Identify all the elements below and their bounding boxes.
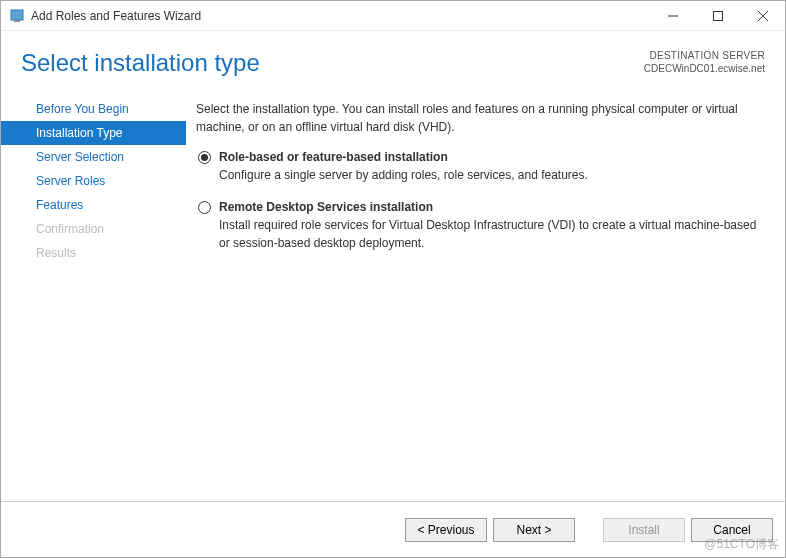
svg-rect-0	[11, 10, 23, 20]
titlebar: Add Roles and Features Wizard	[1, 1, 785, 31]
destination-label: DESTINATION SERVER	[644, 49, 765, 62]
sidebar-item-installation-type[interactable]: Installation Type	[1, 121, 186, 145]
sidebar-item-features[interactable]: Features	[1, 193, 186, 217]
destination-server: CDECWinDC01.ecwise.net	[644, 62, 765, 75]
app-icon	[9, 8, 25, 24]
wizard-sidebar: Before You Begin Installation Type Serve…	[1, 92, 186, 501]
previous-button[interactable]: < Previous	[405, 518, 487, 542]
close-button[interactable]	[740, 1, 785, 31]
content-area: Before You Begin Installation Type Serve…	[1, 87, 785, 501]
main-panel: Select the installation type. You can in…	[186, 92, 785, 501]
sidebar-item-server-roles[interactable]: Server Roles	[1, 169, 186, 193]
sidebar-item-results: Results	[1, 241, 186, 265]
window-title: Add Roles and Features Wizard	[31, 9, 650, 23]
cancel-button[interactable]: Cancel	[691, 518, 773, 542]
svg-rect-1	[14, 20, 20, 22]
sidebar-item-before-you-begin[interactable]: Before You Begin	[1, 97, 186, 121]
minimize-button[interactable]	[650, 1, 695, 31]
header: Select installation type DESTINATION SER…	[1, 31, 785, 87]
install-button: Install	[603, 518, 685, 542]
installation-type-radio-group: Role-based or feature-based installation…	[196, 150, 761, 252]
next-button[interactable]: Next >	[493, 518, 575, 542]
svg-rect-3	[713, 11, 722, 20]
option-desc: Configure a single server by adding role…	[219, 166, 588, 184]
sidebar-item-confirmation: Confirmation	[1, 217, 186, 241]
radio-remote-desktop[interactable]: Remote Desktop Services installation Ins…	[198, 200, 761, 252]
destination-info: DESTINATION SERVER CDECWinDC01.ecwise.ne…	[644, 49, 765, 75]
option-desc: Install required role services for Virtu…	[219, 216, 761, 252]
intro-text: Select the installation type. You can in…	[196, 100, 761, 136]
option-title: Role-based or feature-based installation	[219, 150, 588, 164]
maximize-button[interactable]	[695, 1, 740, 31]
window-controls	[650, 1, 785, 31]
page-title: Select installation type	[21, 49, 260, 77]
wizard-footer: < Previous Next > Install Cancel @51CTO博…	[1, 501, 785, 557]
sidebar-item-server-selection[interactable]: Server Selection	[1, 145, 186, 169]
radio-icon	[198, 201, 211, 214]
option-title: Remote Desktop Services installation	[219, 200, 761, 214]
radio-icon	[198, 151, 211, 164]
radio-role-based[interactable]: Role-based or feature-based installation…	[198, 150, 761, 184]
